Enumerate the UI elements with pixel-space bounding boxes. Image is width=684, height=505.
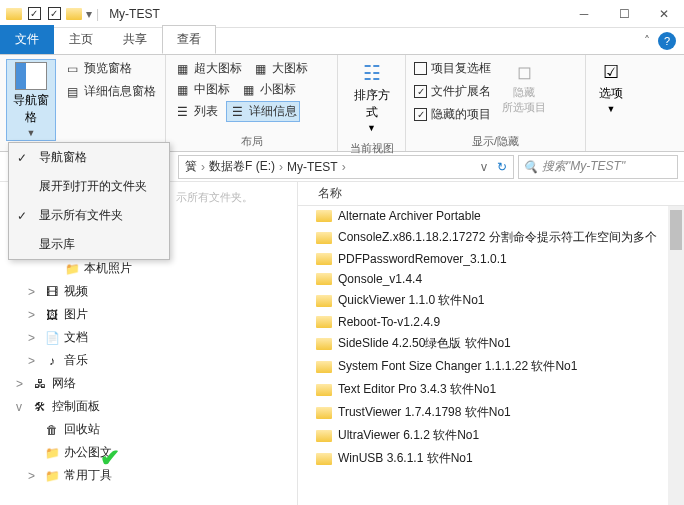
tree-node-label: 回收站 <box>64 421 100 438</box>
tree-node[interactable]: >🖼图片 <box>0 303 297 326</box>
crumb-sep[interactable]: › <box>199 160 207 174</box>
minimize-button[interactable]: ─ <box>564 0 604 28</box>
tab-view[interactable]: 查看 <box>162 25 216 54</box>
file-row[interactable]: QuickViewer 1.1.0 软件No1 <box>298 289 684 312</box>
file-row[interactable]: ConsoleZ.x86.1.18.2.17272 分割命令提示符工作空间为多个 <box>298 226 684 249</box>
lg-icon: ▦ <box>252 61 268 77</box>
xl-icon: ▦ <box>174 61 190 77</box>
tree-node[interactable]: 📁本机照片 <box>0 257 297 280</box>
help-button[interactable]: ? <box>658 32 676 50</box>
folder-icon: 📁 <box>64 262 80 276</box>
options-button[interactable]: ☑ 选项 ▼ <box>592 59 630 116</box>
tab-home[interactable]: 主页 <box>54 25 108 54</box>
md-icon: ▦ <box>174 82 190 98</box>
hide-selected-button[interactable]: ◻ 隐藏 所选项目 <box>499 59 549 117</box>
expand-icon[interactable]: > <box>28 308 40 322</box>
layout-lg-label: 大图标 <box>272 60 308 77</box>
collapse-ribbon-icon[interactable]: ˄ <box>644 34 650 48</box>
tree-node-label: 图片 <box>64 306 88 323</box>
checkbox-icon: ✓ <box>414 85 427 98</box>
tree-node[interactable]: v🛠控制面板 <box>0 395 297 418</box>
tab-file[interactable]: 文件 <box>0 25 54 54</box>
qa-checkbox-2[interactable]: ✓ <box>46 6 62 22</box>
layout-list[interactable]: ☰列表 <box>172 101 220 122</box>
column-header-name[interactable]: 名称 <box>298 182 684 206</box>
file-row[interactable]: System Font Size Changer 1.1.1.22 软件No1 <box>298 355 684 378</box>
tree-node[interactable]: >🎞视频 <box>0 280 297 303</box>
app-folder-icon <box>6 8 22 20</box>
chevron-down-icon: ▼ <box>27 128 36 138</box>
expand-icon[interactable]: > <box>16 377 28 391</box>
tab-share[interactable]: 共享 <box>108 25 162 54</box>
checkbox-icon: ✓ <box>414 108 427 121</box>
expand-icon[interactable]: > <box>28 285 40 299</box>
file-row[interactable]: WinUSB 3.6.1.1 软件No1 <box>298 447 684 470</box>
breadcrumb[interactable]: 簧› 数据卷F (E:)› My-TEST› v ↻ <box>178 155 514 179</box>
close-button[interactable]: ✕ <box>644 0 684 28</box>
layout-details[interactable]: ☰详细信息 <box>226 101 300 122</box>
dd-expand[interactable]: 展开到打开的文件夹 <box>9 172 169 201</box>
checkboxes-label: 项目复选框 <box>431 60 491 77</box>
expand-icon[interactable]: > <box>28 354 40 368</box>
hide-selected-label: 隐藏 所选项目 <box>502 85 546 115</box>
crumb-0[interactable]: 簧 <box>183 158 199 175</box>
vertical-scrollbar[interactable] <box>668 206 684 505</box>
check-icon: ✓ <box>17 151 31 165</box>
tree-node[interactable]: 📁办公图文 <box>0 441 297 464</box>
layout-xl[interactable]: ▦超大图标 <box>172 59 244 78</box>
layout-sm[interactable]: ▦小图标 <box>238 80 298 99</box>
tree-node[interactable]: >📁常用丁具 <box>0 464 297 487</box>
file-row[interactable]: Reboot-To-v1.2.4.9 <box>298 312 684 332</box>
file-row[interactable]: PDFPasswordRemover_3.1.0.1 <box>298 249 684 269</box>
crumb-sep[interactable]: › <box>340 160 348 174</box>
folder-icon <box>316 316 332 328</box>
hidden-label: 隐藏的项目 <box>431 106 491 123</box>
layout-md[interactable]: ▦中图标 <box>172 80 232 99</box>
layout-details-label: 详细信息 <box>249 103 297 120</box>
folder-icon <box>316 361 332 373</box>
expand-icon[interactable]: > <box>28 331 40 345</box>
hidden-items[interactable]: ✓隐藏的项目 <box>412 105 493 124</box>
tree-node[interactable]: >📄文档 <box>0 326 297 349</box>
refresh-icon[interactable]: ↻ <box>495 160 509 174</box>
checkbox-icon <box>414 62 427 75</box>
folder-icon <box>316 210 332 222</box>
qa-checkbox-1[interactable]: ✓ <box>26 6 42 22</box>
tree-node[interactable]: >🖧网络 <box>0 372 297 395</box>
file-row[interactable]: Alternate Archiver Portable <box>298 206 684 226</box>
file-name: WinUSB 3.6.1.1 软件No1 <box>338 450 473 467</box>
recycle-icon: 🗑 <box>44 423 60 437</box>
qa-dropdown[interactable]: ▾ <box>86 7 92 21</box>
file-row[interactable]: Qonsole_v1.4.4 <box>298 269 684 289</box>
file-row[interactable]: Text Editor Pro 3.4.3 软件No1 <box>298 378 684 401</box>
crumb-2[interactable]: My-TEST <box>285 160 340 174</box>
folder-icon <box>316 384 332 396</box>
preview-pane-button[interactable]: ▭ 预览窗格 <box>62 59 158 78</box>
scrollbar-thumb[interactable] <box>670 210 682 250</box>
crumb-sep[interactable]: › <box>277 160 285 174</box>
file-row[interactable]: SideSlide 4.2.50绿色版 软件No1 <box>298 332 684 355</box>
crumb-1[interactable]: 数据卷F (E:) <box>207 158 277 175</box>
file-row[interactable]: UltraViewer 6.1.2 软件No1 <box>298 424 684 447</box>
maximize-button[interactable]: ☐ <box>604 0 644 28</box>
file-list[interactable]: 名称 Alternate Archiver PortableConsoleZ.x… <box>298 182 684 505</box>
tree-node[interactable]: >♪音乐 <box>0 349 297 372</box>
dd-showlib[interactable]: 显示库 <box>9 230 169 259</box>
nav-pane-button[interactable]: 导航窗格 ▼ <box>6 59 56 141</box>
video-icon: 🎞 <box>44 285 60 299</box>
search-icon: 🔍 <box>523 160 538 174</box>
search-input[interactable]: 🔍 搜索"My-TEST" <box>518 155 678 179</box>
file-ext[interactable]: ✓文件扩展名 <box>412 82 493 101</box>
layout-lg[interactable]: ▦大图标 <box>250 59 310 78</box>
expand-icon[interactable]: > <box>28 469 40 483</box>
dd-showall[interactable]: ✓显示所有文件夹 <box>9 201 169 230</box>
tree-node[interactable]: 🗑回收站 <box>0 418 297 441</box>
dd-navpane[interactable]: ✓导航窗格 <box>9 143 169 172</box>
item-checkboxes[interactable]: 项目复选框 <box>412 59 493 78</box>
crumb-dropdown[interactable]: v <box>479 160 489 174</box>
sort-button[interactable]: ☷ 排序方式 ▼ <box>347 59 397 135</box>
file-row[interactable]: TrustViewer 1.7.4.1798 软件No1 <box>298 401 684 424</box>
expand-icon[interactable]: v <box>16 400 28 414</box>
window-title: My-TEST <box>109 7 160 21</box>
details-pane-button[interactable]: ▤ 详细信息窗格 <box>62 82 158 101</box>
